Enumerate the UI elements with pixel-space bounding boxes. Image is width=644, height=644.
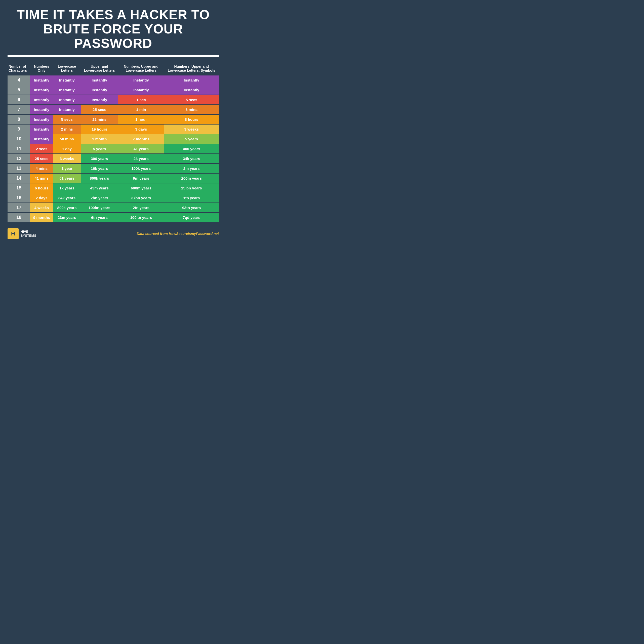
cell-12-4: 1tn years <box>164 193 219 203</box>
table-container: Number of Characters Numbers Only Lowerc… <box>8 62 219 222</box>
cell-4-4: 8 hours <box>164 114 219 124</box>
cell-chars: 9 <box>8 124 30 134</box>
cell-0-2: Instantly <box>81 75 118 85</box>
cell-9-3: 100k years <box>118 164 164 173</box>
cell-0-3: Instantly <box>118 75 164 85</box>
cell-chars: 16 <box>8 193 30 203</box>
cell-13-1: 800k years <box>53 203 81 213</box>
cell-11-0: 6 hours <box>30 183 53 193</box>
cell-10-4: 200m years <box>164 173 219 183</box>
footer: H HIVE SYSTEMS -Data sourced from HowSec… <box>8 226 219 239</box>
cell-3-4: 6 mins <box>164 105 219 114</box>
logo-icon: H <box>8 228 19 239</box>
cell-8-2: 300 years <box>81 154 118 164</box>
logo-text: HIVE SYSTEMS <box>21 230 36 237</box>
cell-2-1: Instantly <box>53 95 81 105</box>
cell-chars: 6 <box>8 95 30 105</box>
table-row: 10Instantly58 mins1 month7 months5 years <box>8 134 219 144</box>
title: TIME IT TAKES A HACKER TO BRUTE FORCE YO… <box>8 8 219 57</box>
logo-area: H HIVE SYSTEMS <box>8 228 36 239</box>
cell-14-4: 7qd years <box>164 213 219 222</box>
cell-5-3: 3 days <box>118 124 164 134</box>
cell-chars: 10 <box>8 134 30 144</box>
col-header-upperandlower: Upper and Lowercase Letters <box>81 62 118 75</box>
cell-6-1: 58 mins <box>53 134 81 144</box>
cell-1-0: Instantly <box>30 85 53 95</box>
table-row: 134 mins1 year16k years100k years2m year… <box>8 164 219 173</box>
cell-5-4: 3 weeks <box>164 124 219 134</box>
cell-2-0: Instantly <box>30 95 53 105</box>
table-row: 174 weeks800k years100bn years2tn years9… <box>8 203 219 213</box>
col-header-lowercase: Lowercase Letters <box>53 62 81 75</box>
cell-7-1: 1 day <box>53 144 81 154</box>
cell-1-4: Instantly <box>164 85 219 95</box>
cell-14-3: 100 tn years <box>118 213 164 222</box>
cell-8-1: 3 weeks <box>53 154 81 164</box>
cell-7-0: 2 secs <box>30 144 53 154</box>
cell-9-1: 1 year <box>53 164 81 173</box>
cell-4-1: 5 secs <box>53 114 81 124</box>
cell-11-1: 1k years <box>53 183 81 193</box>
cell-6-3: 7 months <box>118 134 164 144</box>
cell-2-4: 5 secs <box>164 95 219 105</box>
cell-8-0: 25 secs <box>30 154 53 164</box>
table-row: 9Instantly2 mins19 hours3 days3 weeks <box>8 124 219 134</box>
cell-2-3: 1 sec <box>118 95 164 105</box>
cell-10-2: 800k years <box>81 173 118 183</box>
cell-11-2: 43m years <box>81 183 118 193</box>
table-row: 5InstantlyInstantlyInstantlyInstantlyIns… <box>8 85 219 95</box>
cell-12-0: 2 days <box>30 193 53 203</box>
cell-3-2: 25 secs <box>81 105 118 114</box>
cell-1-1: Instantly <box>53 85 81 95</box>
table-row: 1225 secs3 weeks300 years2k years34k yea… <box>8 154 219 164</box>
cell-0-0: Instantly <box>30 75 53 85</box>
cell-4-2: 22 mins <box>81 114 118 124</box>
cell-chars: 13 <box>8 164 30 173</box>
cell-chars: 5 <box>8 85 30 95</box>
cell-12-2: 2bn years <box>81 193 118 203</box>
title-line2: BRUTE FORCE YOUR PASSWORD <box>8 22 219 51</box>
source-text: -Data sourced from HowSecureismyPassword… <box>136 232 219 236</box>
cell-9-4: 2m years <box>164 164 219 173</box>
col-header-numsupperlow: Numbers, Upper and Lowercase Letters <box>118 62 164 75</box>
col-header-numbers: Numbers Only <box>30 62 53 75</box>
cell-2-2: Instantly <box>81 95 118 105</box>
cell-14-1: 23m years <box>53 213 81 222</box>
cell-chars: 12 <box>8 154 30 164</box>
table-row: 8Instantly5 secs22 mins1 hour8 hours <box>8 114 219 124</box>
cell-3-0: Instantly <box>30 105 53 114</box>
cell-0-1: Instantly <box>53 75 81 85</box>
cell-5-1: 2 mins <box>53 124 81 134</box>
logo-line1: HIVE <box>21 230 36 234</box>
table-header-row: Number of Characters Numbers Only Lowerc… <box>8 62 219 75</box>
cell-14-0: 9 months <box>30 213 53 222</box>
cell-13-2: 100bn years <box>81 203 118 213</box>
cell-14-2: 6tn years <box>81 213 118 222</box>
table-row: 1441 mins51 years800k years9m years200m … <box>8 173 219 183</box>
table-row: 112 secs1 day5 years41 years400 years <box>8 144 219 154</box>
table-row: 6InstantlyInstantlyInstantly1 sec5 secs <box>8 95 219 105</box>
cell-7-2: 5 years <box>81 144 118 154</box>
cell-13-0: 4 weeks <box>30 203 53 213</box>
divider <box>8 55 219 57</box>
cell-1-2: Instantly <box>81 85 118 95</box>
col-header-chars: Number of Characters <box>8 62 30 75</box>
cell-13-3: 2tn years <box>118 203 164 213</box>
cell-7-3: 41 years <box>118 144 164 154</box>
cell-10-1: 51 years <box>53 173 81 183</box>
cell-6-4: 5 years <box>164 134 219 144</box>
cell-11-3: 600m years <box>118 183 164 193</box>
cell-3-1: Instantly <box>53 105 81 114</box>
password-table: Number of Characters Numbers Only Lowerc… <box>8 62 219 222</box>
cell-9-2: 16k years <box>81 164 118 173</box>
cell-8-4: 34k years <box>164 154 219 164</box>
cell-chars: 8 <box>8 114 30 124</box>
cell-6-2: 1 month <box>81 134 118 144</box>
cell-12-1: 34k years <box>53 193 81 203</box>
cell-12-3: 37bn years <box>118 193 164 203</box>
cell-6-0: Instantly <box>30 134 53 144</box>
cell-chars: 7 <box>8 105 30 114</box>
table-row: 7InstantlyInstantly25 secs1 min6 mins <box>8 105 219 114</box>
cell-chars: 17 <box>8 203 30 213</box>
title-line1: TIME IT TAKES A HACKER TO <box>8 8 219 22</box>
